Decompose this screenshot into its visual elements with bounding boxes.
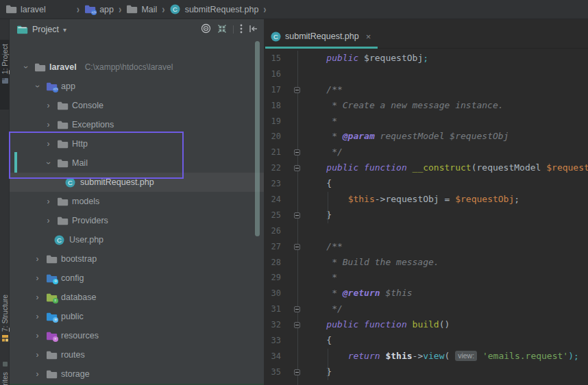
fold-marker-icon[interactable]: [294, 322, 300, 328]
line-number: 22: [264, 160, 282, 176]
tree-arrow-icon[interactable]: ›: [32, 350, 42, 360]
chevron-down-icon[interactable]: ▾: [63, 26, 66, 34]
code-token: */: [332, 303, 343, 314]
folder-icon: [57, 139, 69, 149]
project-folder-icon: [16, 25, 28, 35]
line-number: 15: [264, 51, 282, 66]
tree-item-routes[interactable]: › routes: [10, 345, 264, 364]
fold-cell: [282, 239, 305, 255]
tree-arrow-icon[interactable]: ›: [43, 101, 53, 110]
code-token: public: [326, 53, 358, 63]
line-number: 17: [264, 82, 282, 98]
tree-item-laravel[interactable]: › laravel C:\xampp\htdocs\laravel: [10, 58, 264, 77]
tree-arrow-icon[interactable]: ›: [43, 139, 53, 149]
breadcrumb-item-laravel[interactable]: laravel: [5, 4, 46, 14]
fold-cell: [282, 51, 305, 66]
close-icon[interactable]: ×: [366, 32, 371, 42]
tree-arrow-icon[interactable]: ›: [43, 120, 53, 129]
line-number: 32: [264, 317, 282, 333]
tool-strip-tab-structure[interactable]: 7: Structure: [0, 290, 10, 351]
header-separator: [233, 25, 234, 34]
code-token: [305, 100, 332, 110]
tree-item-app[interactable]: › </> app: [10, 77, 264, 96]
tool-strip-tab-project[interactable]: 1: Project: [0, 40, 10, 110]
breadcrumb-item-submitrequest-php[interactable]: CsubmitRequest.php: [170, 4, 259, 14]
tree-arrow-icon[interactable]: ›: [33, 82, 42, 92]
tree-arrow-icon[interactable]: ›: [32, 331, 42, 340]
code-line: 17 /**: [264, 82, 588, 98]
code-line: 27 /**: [264, 239, 588, 255]
fold-marker-icon[interactable]: [294, 306, 300, 312]
breadcrumb-item-mail[interactable]: Mail: [126, 4, 157, 14]
tree-item-label: models: [72, 197, 99, 206]
code-area[interactable]: 15 public $requestObj; 16 17 /** 18 * Cr…: [264, 51, 588, 380]
fold-marker-icon[interactable]: [294, 165, 300, 171]
fold-cell: [282, 223, 305, 239]
code-text: public $requestObj;: [305, 51, 428, 66]
fold-marker-icon[interactable]: [294, 369, 300, 375]
code-line: 24 $this->requestObj = $requestObj;: [264, 192, 588, 208]
folder-icon: [5, 4, 17, 14]
tree-item-config[interactable]: › ⚙ config: [10, 269, 264, 288]
indent-guide: [328, 349, 328, 380]
tree-item-http[interactable]: › Http: [10, 134, 264, 153]
tree-item-resources[interactable]: › e resources: [10, 326, 264, 345]
tree-item-mail[interactable]: › Mail: [10, 153, 264, 173]
tree-item-database[interactable]: › ≡ database: [10, 288, 264, 307]
tree-arrow-icon[interactable]: ›: [43, 216, 53, 225]
tree-arrow-icon[interactable]: ›: [32, 273, 42, 283]
tool-strip-label: 1: Project: [1, 44, 9, 74]
line-number: 16: [264, 66, 282, 82]
editor-tab-active[interactable]: C submitRequest.php ×: [265, 26, 378, 49]
code-token: view: [423, 351, 444, 361]
tree-item-public[interactable]: › ⊕ public: [10, 307, 264, 326]
tree-item-models[interactable]: › models: [10, 192, 264, 211]
hide-panel-icon[interactable]: [249, 25, 258, 35]
tree-item-label: routes: [61, 350, 85, 360]
tree-item-exceptions[interactable]: › Exceptions: [10, 115, 264, 134]
code-line: 16: [264, 66, 588, 82]
locate-icon[interactable]: [201, 23, 211, 36]
tree-item-user-php[interactable]: C User.php: [10, 230, 264, 249]
tree-item-label: database: [61, 293, 96, 302]
tree-arrow-icon[interactable]: ›: [21, 62, 31, 73]
code-token: __construct: [413, 162, 471, 173]
fold-cell: [282, 176, 305, 192]
fold-marker-icon[interactable]: [294, 244, 300, 250]
folder-icon: [46, 254, 58, 264]
tree-arrow-icon[interactable]: ›: [32, 293, 42, 302]
tree-arrow-icon[interactable]: ›: [44, 158, 53, 169]
code-token: * Build the message.: [332, 257, 439, 267]
code-editor[interactable]: C submitRequest.php × 15 public $request…: [264, 19, 588, 385]
fold-marker-icon[interactable]: [294, 87, 300, 93]
app-folder-icon: </>: [84, 4, 96, 14]
code-token: $requestObj: [455, 194, 514, 204]
tree-arrow-icon[interactable]: ›: [32, 254, 42, 264]
project-path: C:\xampp\htdocs\laravel: [85, 62, 173, 72]
fold-marker-icon[interactable]: [294, 149, 300, 156]
tree-item-storage[interactable]: › storage: [10, 364, 264, 384]
tree-item-providers[interactable]: › Providers: [10, 211, 264, 230]
code-text: /**: [305, 239, 343, 255]
tree-item-label: storage: [61, 369, 90, 379]
more-options-icon[interactable]: [240, 24, 243, 36]
tree-arrow-icon[interactable]: ›: [32, 312, 42, 321]
fold-cell: [282, 333, 305, 349]
code-token: *: [332, 272, 337, 282]
tree-item-submitrequest-php[interactable]: C submitRequest.php: [10, 173, 264, 192]
project-scrollbar[interactable]: [255, 41, 260, 236]
database-folder-icon: ≡: [46, 293, 58, 303]
tree-item-bootstrap[interactable]: › bootstrap: [10, 249, 264, 269]
fold-marker-icon[interactable]: [294, 212, 300, 219]
code-token: $this: [385, 351, 412, 361]
tree-item-console[interactable]: › Console: [10, 96, 264, 115]
fold-cell: [282, 208, 305, 223]
code-token: *: [332, 116, 337, 126]
tree-arrow-icon[interactable]: ›: [32, 369, 42, 379]
breadcrumb-item-app[interactable]: </>app: [84, 4, 114, 14]
tree-arrow-icon[interactable]: ›: [43, 197, 53, 206]
tool-strip-tab-favorites[interactable]: 2: Favorites: [0, 356, 10, 385]
collapse-all-icon[interactable]: [217, 24, 227, 36]
code-text: /**: [305, 82, 343, 98]
tree-item-label: app: [61, 82, 75, 91]
